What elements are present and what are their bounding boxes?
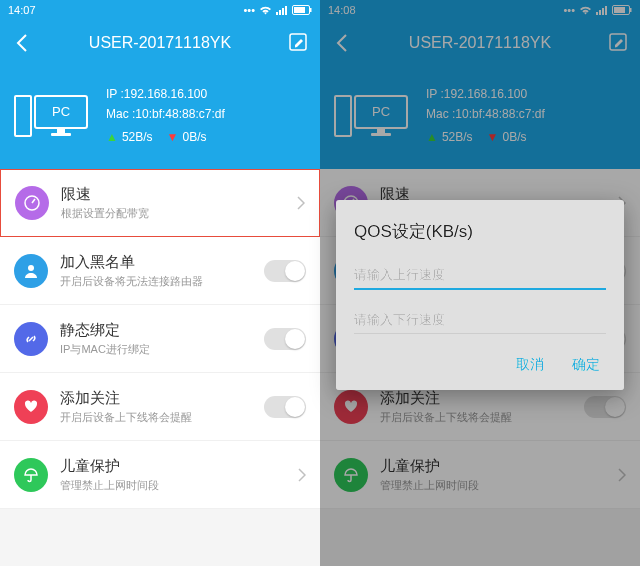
link-icon [14, 322, 48, 356]
svg-rect-3 [285, 6, 287, 15]
header: USER-20171118YK [0, 20, 320, 66]
mac-address: Mac :10:bf:48:88:c7:df [106, 104, 225, 124]
svg-rect-10 [596, 12, 598, 15]
settings-list: 限速 根据设置分配带宽 加入黑名单 开启后设备将无法连接路由器 静态绑定 [0, 169, 320, 509]
item-title: 限速 [61, 185, 297, 204]
item-title: 静态绑定 [60, 321, 264, 340]
toggle-blacklist[interactable] [264, 260, 306, 282]
svg-point-9 [28, 265, 34, 271]
signal-icon [276, 5, 288, 15]
upload-arrow-icon: ▲ [426, 127, 438, 147]
wifi-icon [579, 5, 592, 15]
item-sub: 开启后设备上下线将会提醒 [380, 410, 584, 425]
status-bar: 14:08 ••• [320, 0, 640, 20]
upload-speed: 52B/s [122, 127, 153, 147]
item-title: 添加关注 [380, 389, 584, 408]
list-item-speed-limit[interactable]: 限速 根据设置分配带宽 [0, 169, 320, 237]
phone-right: 14:08 ••• USER-20171118YK PC IP :192.168… [320, 0, 640, 566]
device-info-panel: PC IP :192.168.16.100 Mac :10:bf:48:88:c… [320, 66, 640, 169]
item-sub: IP与MAC进行绑定 [60, 342, 264, 357]
list-item-child-protect[interactable]: 儿童保护 管理禁止上网时间段 [320, 441, 640, 509]
item-sub: 管理禁止上网时间段 [60, 478, 298, 493]
mac-address: Mac :10:bf:48:88:c7:df [426, 104, 545, 124]
more-icon: ••• [243, 4, 255, 16]
back-button[interactable] [330, 31, 354, 55]
item-sub: 开启后设备将无法连接路由器 [60, 274, 264, 289]
download-speed-input[interactable] [354, 306, 606, 334]
pc-label: PC [34, 95, 88, 129]
device-info-text: IP :192.168.16.100 Mac :10:bf:48:88:c7:d… [426, 84, 545, 147]
list-item-static-bind[interactable]: 静态绑定 IP与MAC进行绑定 [0, 305, 320, 373]
status-indicators: ••• [243, 4, 312, 16]
cancel-button[interactable]: 取消 [516, 356, 544, 374]
battery-icon [292, 5, 312, 15]
item-title: 加入黑名单 [60, 253, 264, 272]
dialog-title: QOS设定(KB/s) [354, 220, 606, 243]
list-item-follow[interactable]: 添加关注 开启后设备上下线将会提醒 [0, 373, 320, 441]
page-title: USER-20171118YK [89, 34, 231, 52]
svg-rect-5 [310, 8, 312, 12]
chevron-right-icon [618, 468, 626, 482]
svg-rect-16 [614, 7, 625, 13]
item-title: 儿童保护 [60, 457, 298, 476]
item-sub: 根据设置分配带宽 [61, 206, 297, 221]
person-icon [14, 254, 48, 288]
page-title: USER-20171118YK [409, 34, 551, 52]
status-bar: 14:07 ••• [0, 0, 320, 20]
item-title: 添加关注 [60, 389, 264, 408]
upload-speed: 52B/s [442, 127, 473, 147]
chevron-right-icon [297, 196, 305, 210]
item-sub: 管理禁止上网时间段 [380, 478, 618, 493]
svg-rect-1 [279, 10, 281, 15]
svg-rect-12 [602, 8, 604, 15]
pc-label: PC [354, 95, 408, 129]
ok-button[interactable]: 确定 [572, 356, 600, 374]
header: USER-20171118YK [320, 20, 640, 66]
status-indicators: ••• [563, 4, 632, 16]
edit-button[interactable] [288, 32, 310, 54]
svg-rect-6 [294, 7, 305, 13]
signal-icon [596, 5, 608, 15]
pc-icon: PC [334, 95, 408, 137]
upload-arrow-icon: ▲ [106, 127, 118, 147]
svg-rect-15 [630, 8, 632, 12]
pc-icon: PC [14, 95, 88, 137]
ip-address: IP :192.168.16.100 [106, 84, 225, 104]
ip-address: IP :192.168.16.100 [426, 84, 545, 104]
download-arrow-icon: ▼ [487, 127, 499, 147]
gauge-icon [15, 186, 49, 220]
edit-button[interactable] [608, 32, 630, 54]
svg-rect-2 [282, 8, 284, 15]
list-item-blacklist[interactable]: 加入黑名单 开启后设备将无法连接路由器 [0, 237, 320, 305]
list-item-child-protect[interactable]: 儿童保护 管理禁止上网时间段 [0, 441, 320, 509]
device-info-text: IP :192.168.16.100 Mac :10:bf:48:88:c7:d… [106, 84, 225, 147]
toggle-follow[interactable] [264, 396, 306, 418]
download-arrow-icon: ▼ [167, 127, 179, 147]
upload-speed-input[interactable] [354, 261, 606, 290]
more-icon: ••• [563, 4, 575, 16]
heart-icon [334, 390, 368, 424]
svg-rect-13 [605, 6, 607, 15]
heart-icon [14, 390, 48, 424]
qos-dialog: QOS设定(KB/s) 取消 确定 [336, 200, 624, 390]
umbrella-icon [14, 458, 48, 492]
chevron-right-icon [298, 468, 306, 482]
device-info-panel: PC IP :192.168.16.100 Mac :10:bf:48:88:c… [0, 66, 320, 169]
back-button[interactable] [10, 31, 34, 55]
svg-rect-0 [276, 12, 278, 15]
umbrella-icon [334, 458, 368, 492]
svg-rect-11 [599, 10, 601, 15]
phone-left: 14:07 ••• USER-20171118YK PC IP :192.168… [0, 0, 320, 566]
status-time: 14:07 [8, 4, 36, 16]
wifi-icon [259, 5, 272, 15]
toggle-static-bind[interactable] [264, 328, 306, 350]
status-time: 14:08 [328, 4, 356, 16]
download-speed: 0B/s [502, 127, 526, 147]
item-sub: 开启后设备上下线将会提醒 [60, 410, 264, 425]
battery-icon [612, 5, 632, 15]
toggle-follow[interactable] [584, 396, 626, 418]
download-speed: 0B/s [182, 127, 206, 147]
item-title: 儿童保护 [380, 457, 618, 476]
